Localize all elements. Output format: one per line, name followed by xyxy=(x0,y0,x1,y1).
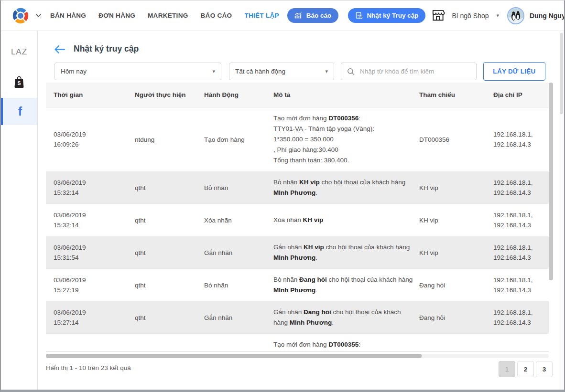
lazada-label: LAZ xyxy=(11,47,27,56)
nav-item-don-hang[interactable]: ĐƠN HÀNG xyxy=(98,12,135,19)
report-pill-label: Báo cáo xyxy=(306,12,332,19)
report-pill-button[interactable]: Báo cáo xyxy=(287,8,339,23)
cell-user: qtht xyxy=(135,248,204,258)
shopee-bag-icon: S xyxy=(13,75,25,89)
shop-name[interactable]: Bí ngô Shop xyxy=(452,12,489,20)
cell-time: 03/06/201915:27:19 xyxy=(46,275,135,295)
cell-ip: 192.168.18.1,192.168.14.3 xyxy=(493,243,549,263)
svg-text:S: S xyxy=(17,80,21,86)
table-row: 03/06/201915:27:19qthtBỏ nhãnBỏ nhãn Đan… xyxy=(46,269,549,301)
storefront-icon[interactable] xyxy=(431,9,445,22)
cell-user: qtht xyxy=(135,313,204,323)
nav-item-thiet-lap[interactable]: THIẾT LẬP xyxy=(244,12,279,19)
facebook-f-icon: f xyxy=(18,106,22,117)
results-summary: Hiển thị 1 - 10 trên 23 kết quả xyxy=(46,364,131,371)
journal-clock-icon xyxy=(355,11,363,20)
sidebar-item-shopee[interactable]: S xyxy=(1,75,37,89)
cell-user: qtht xyxy=(135,183,204,193)
column-header-action: Hành Động xyxy=(204,90,273,100)
date-range-select[interactable]: Hôm nay ▾ xyxy=(54,63,221,80)
cell-action: Xóa nhãn xyxy=(204,215,273,225)
cell-action: Bỏ nhãn xyxy=(204,183,273,193)
cell-description: Tạo mới đơn hàng DT000355:TTY01-DO - Thả… xyxy=(273,339,419,352)
logo-swirl-icon xyxy=(11,7,30,25)
cell-action: Gắn nhãn xyxy=(204,248,273,258)
cell-description: Gắn nhãn KH vip cho hội thoại của khách … xyxy=(273,242,419,263)
app-window: BÁN HÀNG ĐƠN HÀNG MARKETING BÁO CÁO THIẾ… xyxy=(0,0,565,392)
back-arrow-icon xyxy=(54,45,65,54)
search-input[interactable] xyxy=(359,67,470,75)
cell-action: Bỏ nhãn xyxy=(204,280,273,290)
cell-time: 03/06/201916:09:26 xyxy=(46,129,135,149)
cell-ip: 192.168.18.1,192.168.14.3 xyxy=(493,307,549,328)
column-header-user: Người thực hiện xyxy=(135,90,204,100)
table-row: 03/06/201916:09:26ntdungTạo đơn hàngTạo … xyxy=(46,107,549,171)
pagination: 1 2 3 xyxy=(499,361,553,377)
cell-description: Gắn nhãn Đang hỏi cho hội thoại của khác… xyxy=(273,307,419,328)
table-row: 03/06/201915:32:14qthtXóa nhãnXóa nhãn K… xyxy=(46,204,549,236)
cell-ip: 192.168.18.1,192.168.14.3 xyxy=(493,275,549,295)
cell-ip: 192.168.18.1,192.168.14.3 xyxy=(493,178,549,198)
date-range-value: Hôm nay xyxy=(61,68,87,75)
table-header-row: Thời gian Người thực hiện Hành Động Mô t… xyxy=(46,83,549,107)
nav-item-ban-hang[interactable]: BÁN HÀNG xyxy=(50,12,86,19)
access-log-pill-button[interactable]: Nhật ký Truy cập xyxy=(348,8,425,23)
column-header-description: Mô tả xyxy=(273,90,419,100)
cell-ip: 192.168.18.1,192.168.14.3 xyxy=(493,129,549,149)
main-navigation: BÁN HÀNG ĐƠN HÀNG MARKETING BÁO CÁO THIẾ… xyxy=(50,12,279,19)
back-arrow-button[interactable] xyxy=(54,45,65,56)
cell-user: ntdung xyxy=(135,135,204,145)
cell-reference: KH vip xyxy=(419,248,493,258)
search-icon xyxy=(347,68,355,75)
cell-time: 03/06/201915:32:14 xyxy=(46,210,135,230)
select-caret-icon: ▾ xyxy=(325,68,328,74)
cell-time: 03/06/201915:27:14 xyxy=(46,307,135,328)
action-type-select[interactable]: Tất cả hành động ▾ xyxy=(229,63,334,80)
cell-description: Bỏ nhãn KH vip cho hội thoại của khách h… xyxy=(273,177,419,198)
access-log-pill-label: Nhật ký Truy cập xyxy=(367,12,418,19)
page-scrollbar-thumb[interactable] xyxy=(560,33,563,114)
cell-user: qtht xyxy=(135,215,204,225)
cell-description: Bỏ nhãn Đang hỏi cho hội thoại của khách… xyxy=(273,275,419,296)
bar-chart-icon xyxy=(294,12,303,19)
app-logo[interactable] xyxy=(11,7,30,25)
user-avatar[interactable] xyxy=(507,7,524,24)
channel-sidebar: LAZ S f xyxy=(1,31,38,390)
fetch-data-button[interactable]: LẤY DỮ LIỆU xyxy=(483,62,545,81)
nav-item-bao-cao[interactable]: BÁO CÁO xyxy=(201,12,232,19)
sidebar-item-facebook[interactable]: f xyxy=(1,98,37,125)
user-name[interactable]: Dung Nguyễn xyxy=(530,12,565,20)
page-title: Nhật ký truy cập xyxy=(74,44,139,54)
page-button-1: 1 xyxy=(499,361,515,377)
cell-description: Xóa nhãn KH vip xyxy=(273,215,419,225)
page-scrollbar-track xyxy=(559,31,564,390)
table-row: Tạo mới đơn hàng DT000355:TTY01-DO - Thả… xyxy=(46,334,549,352)
action-type-value: Tất cả hành động xyxy=(235,68,285,75)
search-box xyxy=(341,63,477,80)
cell-reference: DT000356 xyxy=(419,135,493,145)
table-horizontal-scrollbar-track xyxy=(46,354,549,358)
logo-chevron-down-icon[interactable] xyxy=(35,13,42,18)
page-button-3[interactable]: 3 xyxy=(536,361,553,377)
shop-dropdown-caret-icon[interactable]: ▾ xyxy=(496,12,499,19)
cell-reference: KH vip xyxy=(419,215,493,225)
column-header-reference: Tham chiếu xyxy=(419,90,493,100)
cell-action: Gắn nhãn xyxy=(204,313,273,323)
select-caret-icon: ▾ xyxy=(212,68,215,74)
table-body: 03/06/201916:09:26ntdungTạo đơn hàngTạo … xyxy=(46,107,549,352)
cell-time: 03/06/201915:31:54 xyxy=(46,243,135,263)
table-row: 03/06/201915:32:14qthtBỏ nhãnBỏ nhãn KH … xyxy=(46,171,549,204)
table-vertical-scrollbar-thumb[interactable] xyxy=(549,83,553,280)
table-horizontal-scrollbar-thumb[interactable] xyxy=(46,354,422,358)
nav-item-marketing[interactable]: MARKETING xyxy=(148,12,188,19)
cell-time: 03/06/201915:32:14 xyxy=(46,178,135,198)
column-header-time: Thời gian xyxy=(46,90,135,100)
sidebar-item-lazada[interactable]: LAZ xyxy=(1,47,37,57)
page-button-2[interactable]: 2 xyxy=(517,361,534,377)
table-row: 03/06/201915:27:14qthtGắn nhãnGắn nhãn Đ… xyxy=(46,301,549,334)
cell-reference: Đang hỏi xyxy=(419,313,493,323)
table-row: 03/06/201915:31:54qthtGắn nhãnGắn nhãn K… xyxy=(46,236,549,269)
cell-user: qtht xyxy=(135,280,204,290)
cell-description: Tạo mới đơn hàng DT000356:TTY01-VA - Thả… xyxy=(273,113,419,166)
cell-ip: 192.168.18.1,192.168.14.3 xyxy=(493,210,549,230)
